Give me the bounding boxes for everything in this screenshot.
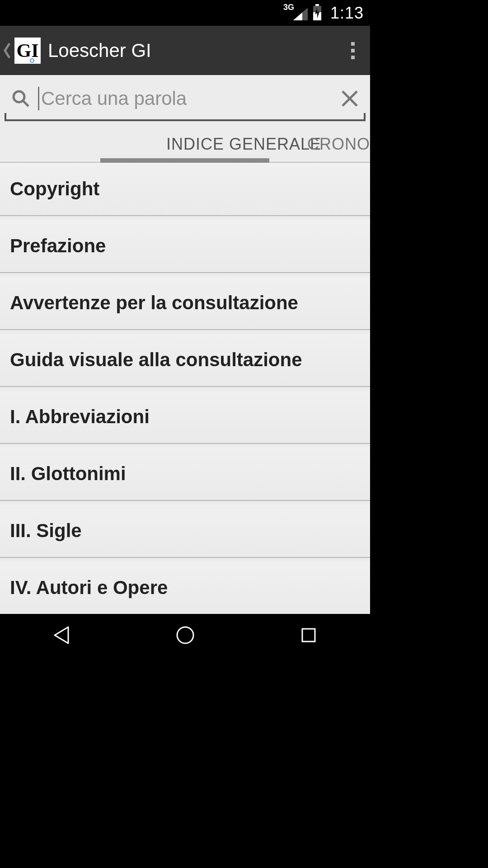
- app-icon-text: GI: [16, 41, 38, 60]
- list-item[interactable]: IV. Autori e Opere: [0, 561, 370, 614]
- network-label: 3G: [283, 3, 294, 12]
- search-placeholder: Cerca una parola: [41, 88, 334, 109]
- clock: 1:13: [330, 4, 364, 23]
- svg-rect-12: [302, 629, 315, 642]
- tab-indicator: [100, 158, 269, 163]
- battery-icon: [312, 4, 322, 22]
- svg-marker-1: [293, 13, 302, 21]
- app-icon: GI: [14, 38, 41, 64]
- svg-point-11: [177, 627, 193, 643]
- app-icon-accent: [30, 58, 34, 63]
- search-icon: [5, 89, 37, 108]
- list-item[interactable]: Copyright: [0, 163, 370, 216]
- tab-bar: INDICE GENERALE CRONO: [0, 123, 370, 163]
- action-bar: GI Loescher GI: [0, 26, 370, 75]
- text-cursor: [38, 87, 39, 110]
- list-item[interactable]: Avvertenze per la consultazione: [0, 277, 370, 330]
- tab-cronologia-partial[interactable]: CRONO: [307, 135, 370, 162]
- list-item[interactable]: II. Glottonimi: [0, 448, 370, 501]
- tab-indice-generale[interactable]: INDICE GENERALE: [166, 135, 321, 162]
- svg-marker-10: [55, 627, 68, 643]
- clear-search-button[interactable]: [334, 89, 366, 108]
- app-title: Loescher GI: [48, 40, 344, 61]
- svg-rect-2: [315, 4, 319, 6]
- svg-line-7: [23, 101, 28, 106]
- signal-indicator: 3G: [293, 5, 308, 20]
- back-button[interactable]: [0, 26, 14, 75]
- list-item[interactable]: Prefazione: [0, 220, 370, 273]
- system-nav-bar: [0, 614, 370, 658]
- list-item[interactable]: III. Sigle: [0, 505, 370, 558]
- status-bar: 3G 1:13: [0, 0, 370, 26]
- overflow-menu-button[interactable]: [344, 37, 362, 64]
- list-item[interactable]: Guida visuale alla consultazione: [0, 334, 370, 387]
- content-area: Cerca una parola INDICE GENERALE CRONO C…: [0, 75, 370, 614]
- index-list[interactable]: Copyright Prefazione Avvertenze per la c…: [0, 163, 370, 614]
- svg-point-6: [14, 91, 24, 102]
- search-box[interactable]: Cerca una parola: [5, 78, 366, 121]
- list-item[interactable]: I. Abbreviazioni: [0, 391, 370, 444]
- nav-recents-button[interactable]: [297, 623, 320, 649]
- nav-back-button[interactable]: [50, 623, 74, 649]
- nav-home-button[interactable]: [174, 623, 197, 649]
